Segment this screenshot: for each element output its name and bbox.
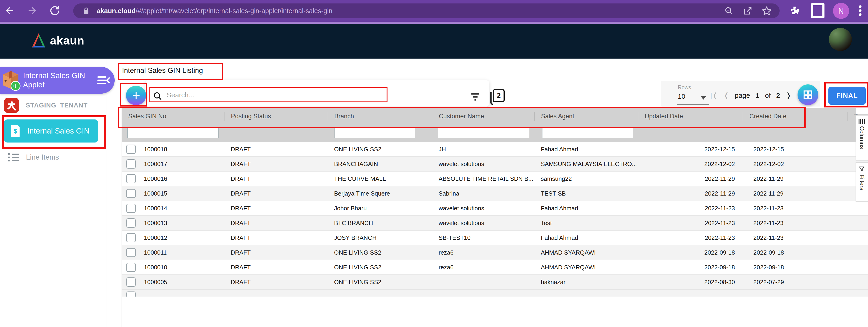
zoom-out-icon[interactable] [722,4,735,17]
columns-panel-label: Columns [859,126,865,149]
filter-list-icon[interactable] [470,92,480,102]
lock-icon[interactable] [80,4,93,17]
next-page-icon[interactable]: ❭ [785,91,791,100]
table-row[interactable]: 1000016DRAFTTHE CURVE MALLABSOLUTE TIME … [122,171,868,186]
rows-select-caret-icon[interactable] [701,97,706,100]
row-checkbox[interactable] [126,277,135,287]
table-row[interactable]: 1000014DRAFTJohor Bharuwavelet solutions… [122,201,868,216]
column-header-updated-date[interactable]: Updated Date [638,108,743,124]
first-page-icon[interactable]: |❬ [710,91,718,100]
table-row[interactable]: 1000013DRAFTBTC BRANCHwavelet solutionsT… [122,216,868,230]
row-checkbox[interactable] [126,233,135,242]
cell-sales-gin-no: 1000011 [122,248,224,257]
cell-sales-agent: samsung22 [534,175,638,183]
table-row[interactable]: 1000012DRAFTJOSY BRANCHSB-TEST10Fahad Ah… [122,230,868,245]
columns-panel-toggle[interactable]: Columns [856,115,868,161]
browser-profile-avatar[interactable]: N [833,3,849,19]
back-icon[interactable] [2,3,17,18]
table-row[interactable]: 1000015DRAFTBerjaya Time SquereSabrinaTE… [122,186,868,201]
table-row[interactable]: 1000010DRAFTONE LIVING SS2reza6AHMAD SYA… [122,260,868,275]
cell-sales-gin-no: 1000017 [122,159,224,169]
prev-page-icon[interactable]: ❬ [723,91,729,100]
column-header-branch[interactable]: Branch [328,108,432,124]
share-icon[interactable] [741,4,754,17]
grid-view-button[interactable] [798,84,818,105]
forward-icon[interactable] [25,3,40,18]
collapse-sidebar-icon[interactable] [97,75,110,86]
cell-posting-status: DRAFT [224,161,328,168]
column-header-customer-name[interactable]: Customer Name [432,108,534,124]
filter-input-customer-name[interactable] [438,128,529,138]
view-pages-icon [490,92,493,105]
filters-panel-toggle[interactable]: Filters [856,162,868,201]
user-avatar[interactable] [829,28,852,51]
row-checkbox[interactable] [126,218,135,227]
browser-menu-icon[interactable] [853,3,868,18]
view-count-badge[interactable]: 2 [493,89,505,102]
cell-sales-gin-no: 1000012 [122,233,224,242]
cell-text: 1000010 [144,264,167,271]
cell-text: 1000013 [144,220,167,227]
cell-sales-agent: Fahad Ahmad [534,146,638,153]
sidebar-item-internal-sales-gin[interactable]: $ Internal Sales GIN [4,119,98,142]
cell-sales-agent: haknazar [534,278,638,286]
final-button[interactable]: FINAL [828,87,866,105]
row-checkbox[interactable] [126,248,135,257]
url-bar[interactable]: akaun.cloud/#/applet/tnt/wavelet/erp/int… [73,3,780,18]
row-checkbox[interactable] [126,263,135,272]
package-icon: ✈ [0,69,21,92]
filters-panel-label: Filters [859,174,865,190]
of-word: of [765,91,771,100]
cell-updated-date: 2022-11-29 [638,175,743,183]
cell-posting-status: DRAFT [224,264,328,271]
row-checkbox[interactable] [126,292,135,297]
cell-text: 1000005 [144,278,167,286]
sidebar-item-line-items[interactable]: Line Items [8,151,100,164]
column-header-created-date[interactable]: Created Date [743,108,847,124]
sidebar-item-tenant[interactable]: STAGING_TENANT [4,98,103,113]
row-checkbox[interactable] [126,174,135,183]
svg-text:$: $ [13,128,17,135]
table-row[interactable]: 1000005DRAFTONE LIVING SS2haknazar2022-0… [122,275,868,290]
table-header-row: Sales GIN No Posting Status Branch Custo… [122,108,868,124]
cell-customer-name: wavelet solutions [432,161,534,168]
cell-created-date: 2022-11-23 [743,220,847,227]
column-header-sales-gin-no[interactable]: Sales GIN No [122,108,224,124]
tenant-logo-icon [4,98,19,113]
cell-posting-status: DRAFT [224,175,328,183]
search-input[interactable] [166,89,373,101]
cell-branch: ONE LIVING SS2 [328,278,432,286]
column-header-sales-agent[interactable]: Sales Agent [534,108,638,124]
applet-banner[interactable]: ✈ Internal Sales GIN Applet [0,67,115,93]
cell-posting-status: DRAFT [224,249,328,256]
table-row[interactable]: 1000017DRAFTBRANCHAGAINwavelet solutions… [122,157,868,171]
row-checkbox[interactable] [126,144,135,154]
columns-icon [859,119,865,124]
row-checkbox[interactable] [126,203,135,213]
document-dollar-icon: $ [10,125,21,137]
column-header-posting-status[interactable]: Posting Status [224,108,328,124]
cell-updated-date: 2022-11-23 [638,205,743,212]
refresh-icon[interactable] [48,3,62,18]
row-checkbox[interactable] [126,189,135,198]
extensions-puzzle-icon[interactable] [787,3,802,18]
page-top-accent [0,22,868,24]
cell-sales-agent: SAMSUNG MALAYSIA ELECTRO... [534,161,638,168]
page-word: page [735,91,750,100]
table-row[interactable]: 1000011DRAFTONE LIVING SS2reza6AHMAD SYA… [122,245,868,260]
cell-branch: ONE LIVING SS2 [328,146,432,153]
filter-input-branch[interactable] [335,128,415,138]
cell-sales-gin-no: 1000016 [122,174,224,183]
add-record-button[interactable]: + [126,86,146,105]
filter-input-sales-agent[interactable] [542,128,633,138]
cell-updated-date: 2022-12-15 [638,146,743,153]
side-panel-icon[interactable] [810,3,825,18]
akaun-logo[interactable]: akaun [31,33,85,48]
rows-per-page-select[interactable]: 10 [678,93,685,100]
filter-input-sales-gin-no[interactable] [127,128,218,138]
url-text: akaun.cloud/#/applet/tnt/wavelet/erp/int… [97,7,722,15]
row-checkbox[interactable] [126,159,135,169]
cell-text: 1000018 [144,146,167,153]
table-row[interactable]: 1000018DRAFTONE LIVING SS2JHFahad Ahmad2… [122,142,868,157]
bookmark-star-icon[interactable] [760,4,773,17]
